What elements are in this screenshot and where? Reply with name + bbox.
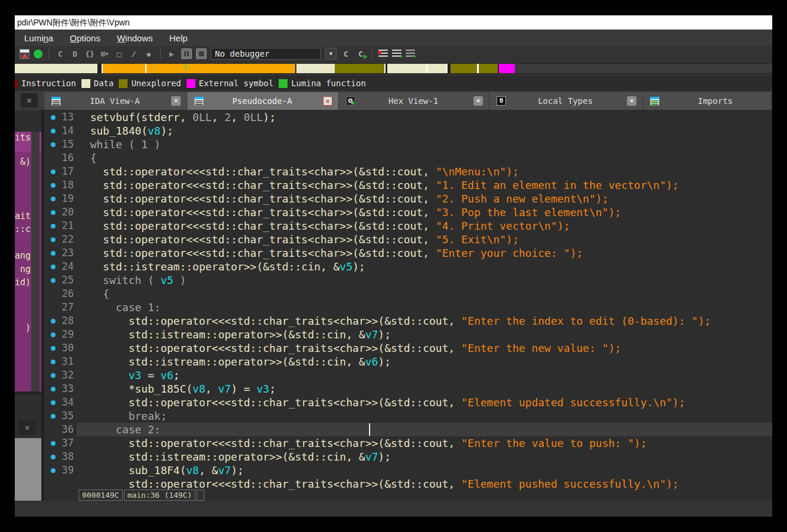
struct-add-icon[interactable]: + xyxy=(392,50,401,58)
code-line[interactable]: std::operator<<<std::char_traits<char>>(… xyxy=(77,233,772,246)
debugger-select-dropdown[interactable]: ▼ xyxy=(325,48,337,60)
breakpoint-dot-icon[interactable] xyxy=(51,183,55,188)
line-number: 23 xyxy=(62,246,74,260)
breakpoint-dot-icon[interactable] xyxy=(51,441,55,446)
ida-logo-icon[interactable] xyxy=(19,49,30,59)
breakpoint-dot-icon[interactable] xyxy=(51,169,55,174)
breakpoint-dot-icon[interactable] xyxy=(51,455,55,459)
code-line[interactable]: sub_18F4(v8, &v7); xyxy=(77,464,772,477)
tab-local-types[interactable]: 0Local Types× xyxy=(489,92,643,110)
code-token: ); xyxy=(378,355,391,368)
code-line[interactable]: case 2: xyxy=(77,423,772,436)
code-line[interactable]: std::operator<<<std::char_traits<char>>(… xyxy=(77,341,772,355)
code-line[interactable]: { xyxy=(77,287,772,301)
code-line[interactable]: std::operator<<<std::char_traits<char>>(… xyxy=(77,219,772,233)
code-line[interactable]: std::operator<<<std::char_traits<char>>(… xyxy=(77,477,772,491)
code-line[interactable]: break; xyxy=(77,409,772,423)
gutter-row: 19 xyxy=(44,192,77,205)
select-region-icon[interactable]: □ xyxy=(114,48,125,59)
left-panel-selection[interactable]: its&)ait::cangngid)) xyxy=(15,132,41,391)
grid-dropdown-icon[interactable]: ⊞▼ xyxy=(99,48,110,59)
code-line[interactable]: std::operator<<<std::char_traits<char>>(… xyxy=(77,178,772,192)
string-literal: "Element pushed successfully.\n"); xyxy=(461,478,678,490)
menu-item-lumina[interactable]: Lumina xyxy=(24,33,53,43)
code-line[interactable]: case 1: xyxy=(77,301,772,314)
breakpoint-dot-icon[interactable] xyxy=(51,400,55,405)
breakpoint-dot-icon[interactable] xyxy=(51,319,55,324)
tab-ida-view-a[interactable]: IDA View-A× xyxy=(44,92,187,110)
debugger-select[interactable]: No debugger xyxy=(211,48,321,60)
tab-close-icon[interactable]: × xyxy=(473,96,483,106)
breakpoint-dot-icon[interactable] xyxy=(51,373,55,378)
code-line[interactable]: std::istream::operator>>(&std::cin, &v7)… xyxy=(77,328,772,341)
code-line[interactable]: v3 = v6; xyxy=(77,368,772,382)
breakpoint-dot-icon[interactable] xyxy=(51,142,55,147)
breakpoint-dot-icon[interactable] xyxy=(51,237,55,242)
code-line[interactable]: switch ( v5 ) xyxy=(77,273,772,287)
variable-token: v8 xyxy=(148,125,161,137)
breakpoint-dot-icon[interactable] xyxy=(51,414,55,419)
continue-c-icon[interactable]: C xyxy=(355,48,366,59)
menu-item-help[interactable]: Help xyxy=(169,33,188,43)
code-line[interactable]: std::operator<<<std::char_traits<char>>(… xyxy=(77,205,772,219)
struct-list-icon[interactable]: + xyxy=(406,50,415,58)
breakpoint-dot-icon[interactable] xyxy=(51,360,55,364)
dock-close-button[interactable]: × xyxy=(21,93,38,107)
attach-c-icon[interactable]: C xyxy=(341,48,351,59)
breakpoint-dot-icon[interactable] xyxy=(51,468,55,473)
code-line[interactable]: setvbuf(stderr, 0LL, 2, 0LL); xyxy=(77,110,772,124)
breakpoint-dot-icon[interactable] xyxy=(51,129,55,133)
legend-item: Lumina function xyxy=(279,79,365,88)
code-token: std::operator<<<std::char_traits<char>>(… xyxy=(77,179,436,191)
breakpoint-dot-icon[interactable] xyxy=(51,224,55,229)
breakpoint-dot-icon[interactable] xyxy=(51,251,55,256)
tab-close-icon[interactable]: × xyxy=(627,96,636,106)
line-number: 34 xyxy=(62,396,74,409)
tab-label: IDA View-A xyxy=(61,96,169,106)
code-line[interactable]: std::istream::operator>>(&std::cin, &v7)… xyxy=(77,450,772,464)
create-function-icon[interactable]: C xyxy=(55,48,66,59)
tab-pseudocode-a[interactable]: Pseudocode-A× xyxy=(187,92,339,110)
code-line[interactable]: *sub_185C(v8, v7) = v3; xyxy=(77,382,772,396)
tab-imports[interactable]: Imports xyxy=(643,92,772,110)
tab-close-icon[interactable]: × xyxy=(323,96,332,106)
braces-icon[interactable]: {} xyxy=(84,48,95,59)
lower-dock-close-button[interactable]: × xyxy=(18,420,36,435)
code-line[interactable]: std::operator<<<std::char_traits<char>>(… xyxy=(77,436,772,450)
code-line[interactable]: std::operator<<<std::char_traits<char>>(… xyxy=(77,246,772,260)
code-line[interactable]: { xyxy=(77,151,772,165)
code-line[interactable]: std::istream::operator>>(&std::cin, &v5)… xyxy=(77,260,772,273)
code-area[interactable]: setvbuf(stderr, 0LL, 2, 0LL); sub_1840(v… xyxy=(77,110,772,501)
menu-item-options[interactable]: Options xyxy=(70,33,100,43)
breakpoint-dot-icon[interactable] xyxy=(51,265,55,269)
lumina-status-icon[interactable] xyxy=(34,50,43,58)
breakpoint-dot-icon[interactable] xyxy=(51,278,55,283)
debugger-stop-button[interactable] xyxy=(196,48,207,59)
data-definition-icon[interactable]: D xyxy=(70,48,80,59)
code-line[interactable]: sub_1840(v8); xyxy=(77,124,772,138)
code-line[interactable]: std::operator<<<std::char_traits<char>>(… xyxy=(77,396,772,409)
menu-item-windows[interactable]: Windows xyxy=(117,33,153,43)
navigation-band[interactable] xyxy=(15,63,772,74)
breakpoint-dot-icon[interactable] xyxy=(51,387,55,391)
code-line[interactable]: std::operator<<<std::char_traits<char>>(… xyxy=(77,192,772,205)
left-panel-scrollbar-track[interactable] xyxy=(31,132,40,391)
breakpoint-dot-icon[interactable] xyxy=(51,210,55,215)
breakpoint-dot-icon[interactable] xyxy=(51,346,55,351)
code-line[interactable]: std::operator<<<std::char_traits<char>>(… xyxy=(77,165,772,178)
debugger-pause-button[interactable] xyxy=(181,48,192,59)
code-line[interactable]: std::istream::operator>>(&std::cin, &v6)… xyxy=(77,355,772,368)
diamond-icon[interactable]: ◆ xyxy=(143,48,154,59)
code-line[interactable]: std::operator<<<std::char_traits<char>>(… xyxy=(77,314,772,328)
tab-hex-view-1[interactable]: Hex View-1× xyxy=(339,92,489,110)
tab-close-icon[interactable]: × xyxy=(171,96,181,106)
debugger-run-icon[interactable]: ▶ xyxy=(166,48,177,59)
breakpoint-dot-icon[interactable] xyxy=(51,332,55,337)
edit-icon[interactable]: / xyxy=(129,48,139,59)
code-token: std::operator<<<std::char_traits<char>>(… xyxy=(77,478,461,490)
enum-list-icon[interactable] xyxy=(378,50,388,58)
code-line[interactable]: while ( 1 ) xyxy=(77,138,772,151)
navband-segment xyxy=(146,64,295,73)
breakpoint-dot-icon[interactable] xyxy=(51,197,55,201)
breakpoint-dot-icon[interactable] xyxy=(51,115,55,120)
